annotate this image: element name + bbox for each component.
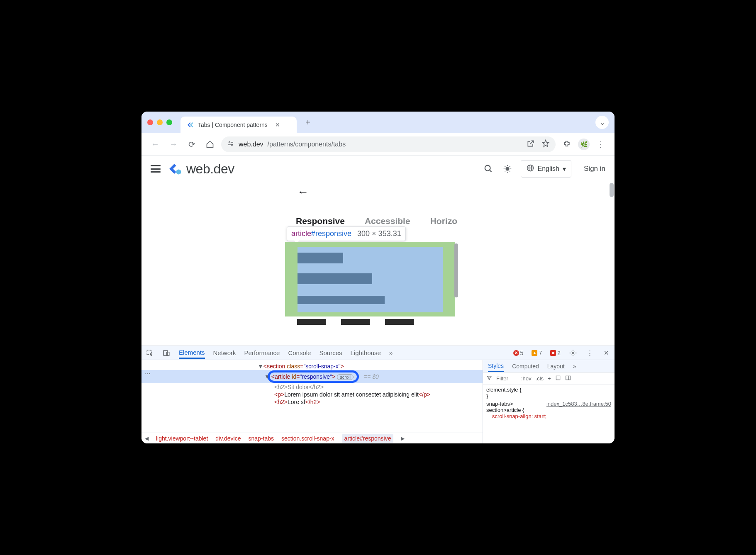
breadcrumb-item-active[interactable]: article#responsive (342, 434, 394, 443)
tab-elements[interactable]: Elements (179, 349, 205, 359)
site-settings-icon[interactable] (227, 140, 234, 149)
close-icon[interactable] (147, 119, 153, 125)
tab-console[interactable]: Console (288, 349, 311, 356)
page-scrollbar[interactable] (610, 183, 614, 197)
tooltip-dimensions: 300 × 353.31 (357, 229, 401, 238)
chrome-tabbar: Tabs | Component patterns ✕ + ⌄ (141, 112, 615, 133)
breadcrumb-item[interactable]: section.scroll-snap-x (281, 435, 334, 442)
skeleton-bar (298, 273, 372, 284)
demo-scrollbar[interactable] (454, 243, 458, 297)
url-host: web.dev (239, 141, 263, 148)
inspect-icon[interactable] (146, 349, 154, 357)
tab-lighthouse[interactable]: Lighthouse (351, 349, 381, 356)
profile-avatar[interactable]: 🌿 (578, 139, 590, 150)
svg-line-13 (510, 171, 510, 171)
tab-horizontal[interactable]: Horizo (430, 216, 457, 226)
theme-toggle-icon[interactable] (502, 163, 513, 175)
tab-styles[interactable]: Styles (488, 363, 504, 372)
chrome-toolbar: ← → ⟳ web.dev/patterns/components/tabs 🌿… (141, 133, 615, 156)
extensions-icon[interactable] (560, 137, 574, 151)
breadcrumb-prev-icon[interactable]: ◀ (145, 436, 149, 441)
more-panels-icon[interactable]: » (573, 363, 576, 370)
hov-toggle[interactable]: :hov (521, 375, 532, 382)
issue-count[interactable]: ■2 (550, 350, 561, 356)
svg-line-12 (505, 166, 505, 167)
maximize-icon[interactable] (166, 119, 172, 125)
chrome-menu-button[interactable]: ⋮ (594, 137, 608, 151)
breadcrumb-item[interactable]: snap-tabs (249, 435, 274, 442)
breadcrumb-item[interactable]: div.device (215, 435, 241, 442)
site-logo[interactable]: web.dev (168, 161, 234, 177)
cls-toggle[interactable]: .cls (536, 375, 544, 382)
browser-tab[interactable]: Tabs | Component patterns ✕ (180, 117, 297, 133)
demo-thumbnails (297, 319, 414, 325)
devtools-panel: Elements Network Performance Console Sou… (141, 346, 615, 443)
breadcrumb-item[interactable]: light.viewport--tablet (156, 435, 208, 442)
source-link[interactable]: index_1c583…8e.frame:50 (546, 401, 611, 407)
tab-overflow-button[interactable]: ⌄ (595, 116, 609, 129)
close-devtools-icon[interactable]: ✕ (602, 349, 610, 357)
elements-breadcrumb: ◀ light.viewport--tablet div.device snap… (141, 433, 483, 443)
settings-icon[interactable] (569, 349, 577, 357)
menu-button[interactable] (151, 165, 161, 173)
styles-tabs: Styles Computed Layout » (483, 360, 615, 372)
styles-rules[interactable]: element.style { } snap-tabs>index_1c583…… (483, 385, 615, 443)
new-rule-icon[interactable]: + (548, 375, 551, 382)
language-label: English (538, 165, 559, 173)
demo-back-button[interactable]: ← (297, 185, 309, 199)
nav-forward-button[interactable]: → (166, 137, 180, 151)
styles-toolbar: :hov .cls + (483, 372, 615, 385)
chevron-down-icon: ▾ (563, 165, 566, 173)
scroll-badge[interactable]: scroll (337, 374, 354, 380)
demo-device: ← Responsive Accessible Horizo article#r… (283, 182, 459, 329)
tab-computed[interactable]: Computed (512, 363, 539, 370)
new-tab-button[interactable]: + (302, 116, 314, 129)
error-count[interactable]: ✕5 (513, 350, 524, 356)
svg-line-14 (505, 171, 505, 171)
search-icon[interactable] (483, 163, 494, 175)
selected-element: ▼<article id="responsive">scroll== $0 (141, 370, 483, 383)
svg-point-5 (485, 166, 490, 171)
tab-accessible[interactable]: Accessible (365, 216, 410, 226)
tab-close-icon[interactable]: ✕ (274, 122, 281, 128)
tab-responsive[interactable]: Responsive (296, 216, 345, 226)
thumb[interactable] (297, 319, 326, 325)
sidebar-toggle-icon[interactable] (565, 375, 571, 382)
reload-button[interactable]: ⟳ (185, 137, 199, 151)
bookmark-icon[interactable] (541, 139, 550, 149)
thumb[interactable] (341, 319, 370, 325)
demo-tabs: Responsive Accessible Horizo (296, 216, 457, 226)
svg-line-15 (510, 166, 510, 167)
filter-input[interactable] (496, 375, 517, 382)
warning-count[interactable]: ▲7 (532, 350, 542, 356)
skeleton-bar (298, 296, 385, 304)
tab-network[interactable]: Network (213, 349, 236, 356)
tooltip-id: #responsive (311, 229, 351, 238)
tab-layout[interactable]: Layout (547, 363, 565, 370)
logo-text: web.dev (186, 161, 234, 177)
breadcrumb-next-icon[interactable]: ▶ (401, 436, 405, 441)
tab-title: Tabs | Component patterns (198, 122, 268, 128)
kebab-menu-icon[interactable]: ⋮ (585, 349, 594, 357)
inspector-highlight (285, 242, 455, 316)
globe-icon (526, 164, 534, 174)
address-bar[interactable]: web.dev/patterns/components/tabs (221, 136, 556, 152)
minimize-icon[interactable] (157, 119, 163, 125)
tab-performance[interactable]: Performance (244, 349, 280, 356)
language-select[interactable]: English ▾ (521, 160, 571, 178)
more-tabs-icon[interactable]: » (389, 349, 393, 356)
tab-sources[interactable]: Sources (319, 349, 342, 356)
sign-in-button[interactable]: Sign in (584, 165, 605, 173)
device-toggle-icon[interactable] (162, 349, 171, 357)
browser-window: Tabs | Component patterns ✕ + ⌄ ← → ⟳ we… (141, 112, 615, 443)
open-external-icon[interactable] (527, 139, 535, 149)
page-viewport: ← Responsive Accessible Horizo article#r… (141, 182, 615, 346)
nav-back-button[interactable]: ← (148, 137, 162, 151)
thumb[interactable] (385, 319, 414, 325)
home-button[interactable] (203, 137, 217, 151)
tooltip-tag: article (291, 229, 311, 238)
computed-toggle-icon[interactable] (555, 375, 561, 382)
inspector-tooltip: article#responsive 300 × 353.31 (287, 226, 406, 241)
site-header: web.dev English ▾ Sign in (141, 156, 615, 182)
elements-tree[interactable]: ▼<section class="scroll-snap-x"> ▼<artic… (141, 360, 483, 443)
